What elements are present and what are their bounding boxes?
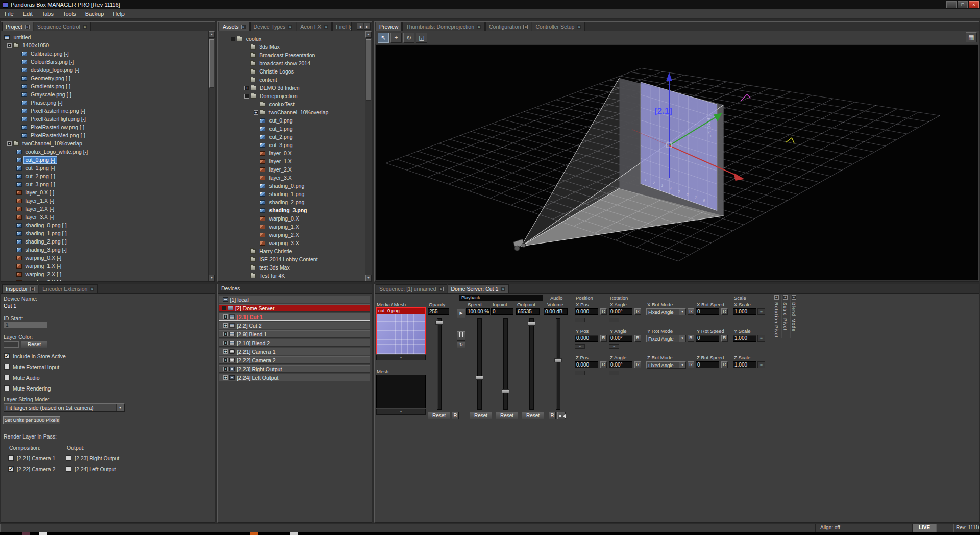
tree-row[interactable]: warping_0.X xyxy=(218,214,365,223)
maximize-button[interactable]: □ xyxy=(958,1,968,8)
fit-view-icon[interactable]: ▦ xyxy=(966,32,977,42)
pos-smoothing-icon[interactable]: ~ xyxy=(575,318,585,322)
tree-row[interactable]: test 3ds Max xyxy=(218,263,365,272)
tab[interactable]: Device Types × xyxy=(250,22,297,31)
tree-row[interactable]: Grayscale.png [-] xyxy=(1,90,208,99)
tree-row[interactable]: cut_3.png xyxy=(218,141,365,149)
taskbar-app-icon[interactable] xyxy=(250,532,258,535)
checkbox-icon[interactable] xyxy=(66,466,71,472)
device-row[interactable]: + [2.9] Blend 1 xyxy=(219,330,370,338)
pos-reset-button[interactable]: R xyxy=(600,308,607,315)
menu-item[interactable]: File xyxy=(0,9,18,18)
expand-icon[interactable]: + xyxy=(774,295,779,300)
mesh-remove-strip[interactable]: - xyxy=(376,409,426,415)
tree-row[interactable]: shading_0.png xyxy=(218,182,365,190)
tree-row[interactable]: cut_1.png [-] xyxy=(1,164,208,172)
tab[interactable]: Project × xyxy=(2,22,33,31)
tree-row[interactable]: cooluxTest xyxy=(218,100,365,108)
option-row[interactable]: Include in Store Active xyxy=(4,351,66,361)
checkbox-icon[interactable] xyxy=(4,364,10,370)
live-indicator[interactable]: LIVE xyxy=(913,524,936,532)
menu-item[interactable]: Tools xyxy=(58,9,81,18)
layer-sizing-dropdown[interactable]: Fit larger side (based on 1st camera) ▼ xyxy=(4,403,125,412)
scroll-down-icon[interactable]: ▼ xyxy=(209,275,215,281)
expander-toggle[interactable]: - xyxy=(244,94,249,99)
rot-mode-reset-button[interactable]: R xyxy=(688,308,694,315)
angle-reset-button[interactable]: R xyxy=(634,335,641,342)
tab-close-icon[interactable]: × xyxy=(25,25,30,29)
rot-mode-dropdown[interactable]: Fixed Angle ▼ xyxy=(646,361,686,369)
expander-toggle[interactable]: - xyxy=(231,37,235,41)
project-scrollbar[interactable]: ▲ ▼ xyxy=(208,31,215,281)
scale-tool-icon[interactable]: ◱ xyxy=(416,33,427,43)
tree-row[interactable]: + twoChannel_10%overlap xyxy=(218,108,365,116)
pos-field[interactable]: 0.000 xyxy=(575,335,598,342)
rot-speed-field[interactable]: 0 xyxy=(696,308,719,315)
tree-row[interactable]: cut_0.png xyxy=(218,116,365,125)
tree-row[interactable]: layer_2.X [-] xyxy=(1,205,208,213)
tree-row[interactable]: 3ds Max xyxy=(218,43,365,51)
chevron-down-icon[interactable]: ▼ xyxy=(679,362,685,368)
tree-row[interactable]: shading_3.png [-] xyxy=(1,246,208,254)
tree-row[interactable]: shading_1.png [-] xyxy=(1,229,208,237)
expander-toggle[interactable]: + xyxy=(223,349,228,354)
checkbox-icon[interactable] xyxy=(4,353,10,359)
tree-row[interactable]: warping_3.X xyxy=(218,239,365,247)
tree-row[interactable]: cut_2.png [-] xyxy=(1,172,208,180)
tree-row[interactable]: Geometry.png [-] xyxy=(1,74,208,82)
tab-close-icon[interactable]: × xyxy=(523,25,528,29)
tree-row[interactable]: layer_1.X [-] xyxy=(1,197,208,205)
tree-row[interactable]: + DEMO 3d Indien xyxy=(218,84,365,92)
tab[interactable]: Sequence: [1] unnamed × xyxy=(376,284,447,293)
expander-toggle[interactable]: + xyxy=(223,323,228,328)
angle-smoothing-icon[interactable]: ~ xyxy=(609,344,619,349)
tab[interactable]: Controller Setup × xyxy=(532,22,585,31)
expander-toggle[interactable]: + xyxy=(223,332,228,336)
tab-close-icon[interactable]: × xyxy=(477,25,481,29)
checkbox-icon[interactable] xyxy=(66,455,71,461)
pos-field[interactable]: 0.000 xyxy=(575,361,598,368)
chevron-down-icon[interactable]: ▼ xyxy=(116,404,124,411)
rotate-tool-icon[interactable]: ↻ xyxy=(403,33,414,43)
tree-row[interactable]: ColourBars.png [-] xyxy=(1,58,208,66)
tab[interactable]: Preview × xyxy=(376,22,402,31)
rot-mode-reset-button[interactable]: R xyxy=(688,335,694,342)
tab-close-icon[interactable]: × xyxy=(83,25,87,29)
option-row[interactable]: [2.24] Left Output xyxy=(66,464,119,474)
tree-row[interactable]: PixelRasterMed.png [-] xyxy=(1,131,208,139)
tree-row[interactable]: layer_2.X xyxy=(218,165,365,174)
chevron-down-icon[interactable]: ▼ xyxy=(679,309,685,315)
tree-row[interactable]: shading_2.png [-] xyxy=(1,237,208,246)
tree-row[interactable]: warping_0.X [-] xyxy=(1,254,208,262)
scroll-down-icon[interactable]: ▼ xyxy=(365,275,372,281)
tree-row[interactable]: PixelRasterFine.png [-] xyxy=(1,107,208,115)
tree-row[interactable]: warping_2.X xyxy=(218,231,365,239)
expander-toggle[interactable]: + xyxy=(223,341,228,345)
tab-close-icon[interactable]: × xyxy=(90,287,94,291)
scale-link-icon[interactable]: ∞ xyxy=(757,361,765,368)
tree-row[interactable]: content xyxy=(218,76,365,84)
expander-toggle[interactable]: - xyxy=(222,306,226,310)
tree-row[interactable]: coolux_Logo_white.png [-] xyxy=(1,148,208,156)
opacity-reset-button[interactable]: Reset xyxy=(428,412,450,419)
checkbox-icon[interactable] xyxy=(4,375,10,380)
expand-icon[interactable]: + xyxy=(792,295,796,300)
menu-item[interactable]: Help xyxy=(108,9,129,18)
checkbox-icon[interactable] xyxy=(8,455,14,461)
preview-viewport-3d[interactable]: FRONT 1 2 3 4 5 6 7 8 [2.1] xyxy=(375,44,978,281)
scale-field[interactable]: 1.000 xyxy=(733,308,756,315)
scale-link-icon[interactable]: ∞ xyxy=(757,308,765,315)
layer-color-reset-button[interactable]: Reset xyxy=(21,341,47,348)
speed-reset-button[interactable]: Reset xyxy=(470,412,492,419)
tree-row[interactable]: Harry Christie xyxy=(218,247,365,255)
collapsed-param-strip[interactable]: + Rotation Pivot xyxy=(773,295,779,338)
tree-row[interactable]: layer_1.X xyxy=(218,157,365,165)
device-row[interactable]: [1] local xyxy=(219,296,370,303)
speed-r-button[interactable]: R xyxy=(452,412,459,419)
inpoint-reset-button[interactable]: Reset xyxy=(496,412,518,419)
slider-handle[interactable] xyxy=(502,389,509,393)
select-tool-icon[interactable]: ↖ xyxy=(378,33,389,43)
checkbox-icon[interactable] xyxy=(4,385,10,391)
layer-color-swatch[interactable] xyxy=(4,341,19,348)
option-row[interactable]: Mute External Input xyxy=(4,361,66,372)
